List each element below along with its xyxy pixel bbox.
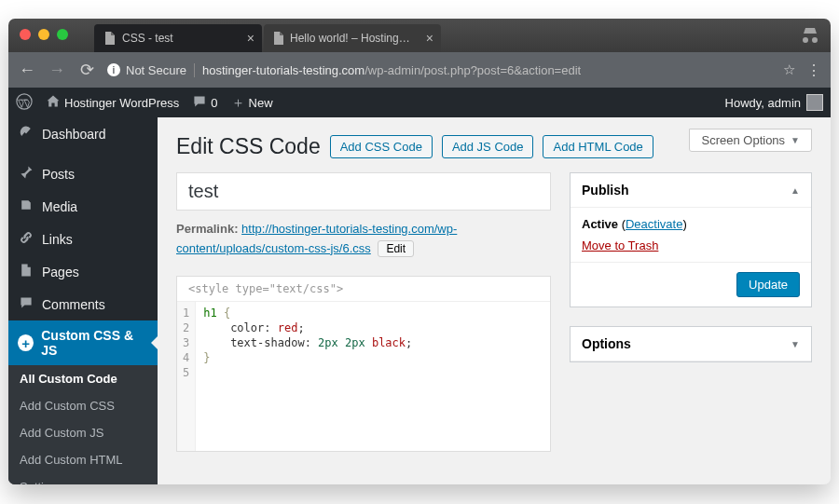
plus-circle-icon: + xyxy=(18,334,34,351)
pin-icon xyxy=(18,165,34,183)
comment-icon xyxy=(192,94,207,112)
admin-sidebar: Dashboard Posts Media Links Pages Comm xyxy=(8,117,158,484)
trash-link[interactable]: Move to Trash xyxy=(582,238,658,252)
submenu-settings[interactable]: Settings xyxy=(8,473,158,484)
chevron-down-icon: ▼ xyxy=(791,135,800,145)
chevron-up-icon: ▲ xyxy=(791,185,800,196)
code-editor: <style type="text/css"> 1 2 3 4 5 h1 { c… xyxy=(176,276,551,452)
submenu-all-code[interactable]: All Custom Code xyxy=(8,365,158,392)
file-icon xyxy=(273,32,284,45)
new-link[interactable]: ＋ New xyxy=(231,94,273,112)
code-area[interactable]: 1 2 3 4 5 h1 { color: red; text-shadow: … xyxy=(177,302,550,451)
menu-pages[interactable]: Pages xyxy=(8,255,158,288)
menu-posts[interactable]: Posts xyxy=(8,157,158,190)
title-input[interactable] xyxy=(176,172,551,211)
submenu: All Custom Code Add Custom CSS Add Custo… xyxy=(8,365,158,484)
chevron-down-icon: ▼ xyxy=(791,339,800,349)
window-controls xyxy=(20,29,68,40)
add-html-button[interactable]: Add HTML Code xyxy=(543,135,653,158)
menu-icon[interactable]: ⋮ xyxy=(806,61,821,79)
wordpress-icon[interactable] xyxy=(16,93,33,113)
plus-icon: ＋ xyxy=(231,94,245,112)
wp-admin-bar: Hostinger WordPress 0 ＋ New Howdy, admin xyxy=(8,88,831,117)
media-icon xyxy=(18,198,34,215)
close-tab-icon[interactable]: × xyxy=(426,31,433,46)
publish-box: Publish ▲ Active (Deactivate) Move to Tr… xyxy=(570,172,812,307)
menu-media[interactable]: Media xyxy=(8,190,158,223)
tab-title: Hello world! – Hostinger WordP xyxy=(290,32,415,45)
add-css-button[interactable]: Add CSS Code xyxy=(330,135,433,158)
deactivate-link[interactable]: Deactivate xyxy=(626,217,682,231)
not-secure-label: Not Secure xyxy=(126,63,195,77)
tab-title: CSS - test xyxy=(122,32,173,45)
screen-options-button[interactable]: Screen Options ▼ xyxy=(689,129,812,152)
menu-comments[interactable]: Comments xyxy=(8,288,158,320)
dashboard-icon xyxy=(18,125,34,143)
edit-permalink-button[interactable]: Edit xyxy=(378,240,414,257)
submenu-add-js[interactable]: Add Custom JS xyxy=(8,419,158,446)
page-icon xyxy=(18,263,34,280)
editor-head: <style type="text/css"> xyxy=(177,277,550,302)
avatar[interactable] xyxy=(806,94,823,111)
menu-custom-css-js[interactable]: + Custom CSS & JS xyxy=(8,320,158,365)
browser-tab-active[interactable]: CSS - test × xyxy=(94,24,262,52)
browser-tab[interactable]: Hello world! – Hostinger WordP × xyxy=(264,24,441,52)
comment-icon xyxy=(18,295,34,313)
incognito-icon xyxy=(801,26,819,47)
submenu-add-css[interactable]: Add Custom CSS xyxy=(8,392,158,419)
close-tab-icon[interactable]: × xyxy=(247,31,254,46)
update-button[interactable]: Update xyxy=(736,272,800,297)
address-bar[interactable]: i Not Secure hostinger-tutorials-testing… xyxy=(107,58,772,82)
file-icon xyxy=(103,32,117,45)
bookmark-icon[interactable]: ☆ xyxy=(783,61,795,78)
link-icon xyxy=(18,230,34,248)
home-icon xyxy=(46,94,61,112)
howdy-link[interactable]: Howdy, admin xyxy=(725,96,801,110)
submenu-add-html[interactable]: Add Custom HTML xyxy=(8,446,158,473)
gutter: 1 2 3 4 5 xyxy=(177,302,196,451)
permalink-label: Permalink: xyxy=(176,222,238,236)
main-content: Screen Options ▼ Edit CSS Code Add CSS C… xyxy=(158,117,831,484)
back-button[interactable]: ← xyxy=(18,61,36,80)
code-text[interactable]: h1 { color: red; text-shadow: 2px 2px bl… xyxy=(196,302,420,451)
menu-dashboard[interactable]: Dashboard xyxy=(8,117,158,150)
url-path: /wp-admin/post.php?post=6&action=edit xyxy=(364,63,581,77)
forward-button[interactable]: → xyxy=(48,61,66,80)
options-head[interactable]: Options ▼ xyxy=(571,327,811,361)
close-window-button[interactable] xyxy=(20,29,31,40)
add-js-button[interactable]: Add JS Code xyxy=(442,135,534,158)
page-title: Edit CSS Code xyxy=(176,134,321,159)
browser-tabbar: CSS - test × Hello world! – Hostinger Wo… xyxy=(8,19,831,52)
site-link[interactable]: Hostinger WordPress xyxy=(46,94,179,112)
reload-button[interactable]: ⟳ xyxy=(77,60,96,80)
browser-urlbar: ← → ⟳ i Not Secure hostinger-tutorials-t… xyxy=(8,52,831,88)
options-box: Options ▼ xyxy=(570,326,812,362)
permalink-row: Permalink: http://hostinger-tutorials-te… xyxy=(176,220,551,259)
maximize-window-button[interactable] xyxy=(57,29,68,40)
site-info-icon[interactable]: i xyxy=(107,63,120,76)
minimize-window-button[interactable] xyxy=(38,29,49,40)
comments-link[interactable]: 0 xyxy=(192,94,217,112)
status-label: Active xyxy=(582,217,618,231)
url-host: hostinger-tutorials-testing.com xyxy=(202,63,364,77)
publish-head[interactable]: Publish ▲ xyxy=(571,173,811,208)
menu-links[interactable]: Links xyxy=(8,223,158,255)
